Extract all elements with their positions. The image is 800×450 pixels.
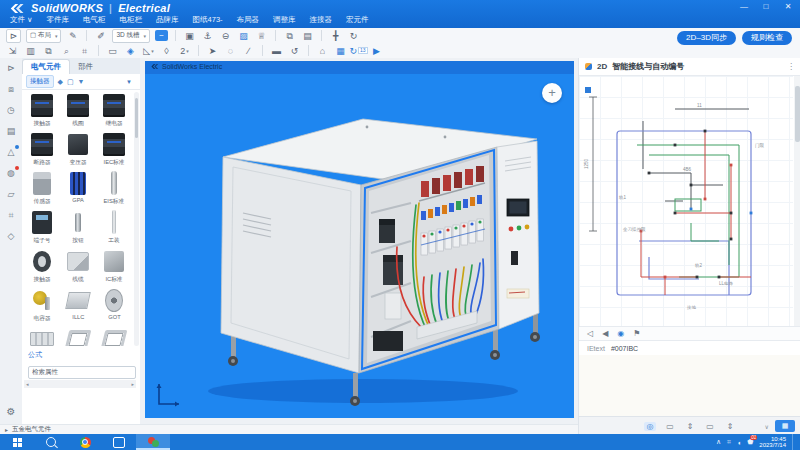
schematic-canvas[interactable]: 11轨14B6门限全刀操控限轨2LL电路接地1250 [579,76,793,326]
menu-item-3[interactable]: 电柜栏 [120,15,143,25]
alignment-apply-button[interactable]: ▦ [775,420,795,432]
home-view-icon[interactable]: ⌂ [316,45,329,57]
align-h-icon[interactable]: ▭ [704,422,716,431]
viewport-3d[interactable]: SolidWorks Electric + [145,61,574,418]
printer-icon[interactable]: ▤ [301,30,314,42]
pointer-icon[interactable]: ⊳ [6,29,21,43]
taskbar-app-button[interactable] [102,434,136,450]
back-icon[interactable]: ◁ [587,329,593,338]
settings-tree-icon[interactable]: ⚙ [4,406,18,418]
network-icon[interactable]: ⌗ [727,438,731,446]
clipboard-icon[interactable]: ⧉ [283,30,296,42]
part-item-12[interactable]: 接触器 [24,248,60,284]
notifications-icon[interactable]: ◍ [4,167,18,179]
back-all-icon[interactable]: ◀ [602,329,608,338]
print-drawing-icon[interactable]: ▥ [24,45,37,57]
filter-icon[interactable]: ▼ [78,78,85,86]
rotate-icon[interactable]: ↻ [347,30,360,42]
close-button[interactable]: ✕ [782,2,794,11]
zoom-window-icon[interactable]: ⌗ [78,45,91,57]
target-icon[interactable]: ◎ [644,422,656,431]
diamond-icon[interactable]: ◇ [4,230,18,242]
lasso-icon[interactable]: ◌ [224,45,237,57]
slope-icon[interactable]: ∕ [242,45,255,57]
part-item-16[interactable]: ILLC [60,287,96,323]
part-item-1[interactable]: 线圈 [60,92,96,128]
part-item-4[interactable]: 变压器 [60,131,96,167]
panel-more-icon[interactable]: ⋮ [787,62,795,71]
flag-icon[interactable]: ⚑ [633,329,640,338]
maximize-button[interactable]: □ [760,2,772,11]
tab-parts[interactable]: 部件 [70,60,101,74]
folder-search-icon[interactable]: ⌕ [60,45,73,57]
part-item-18[interactable]: IEC标准 [24,326,60,346]
minimize-button[interactable]: — [738,2,750,11]
move-icon[interactable]: ╋ [329,30,342,42]
select-pointer-icon[interactable]: ⊳ [4,62,18,74]
volume-icon[interactable]: ◖ [737,439,741,446]
taskbar-solidworks-electrical-button[interactable] [136,434,170,450]
folder-image-icon[interactable]: ▱ [4,188,18,200]
monitor-icon[interactable]: ▦ [334,45,347,57]
part-item-19[interactable]: 专用 [60,326,96,346]
security-shield-icon[interactable]: ⬟01 [747,438,753,446]
part-item-6[interactable]: 传感器 [24,170,60,206]
sync-2d-3d-button[interactable]: 2D–3D同步 [677,31,736,45]
history-clock-icon[interactable]: ◷ [4,104,18,116]
formula-search-input[interactable] [28,366,136,379]
export-icon[interactable]: ⇲ [6,45,19,57]
measure-arrow-icon[interactable]: ➤ [206,45,219,57]
distribute-h-icon[interactable]: ▭ [664,422,676,431]
cabinet-stamp-icon[interactable]: ▣ [183,30,196,42]
warning-triangle-icon[interactable]: △ [4,146,18,158]
part-item-8[interactable]: EIS标准 [96,170,132,206]
sketch-pen-icon[interactable]: ✎ [66,30,79,42]
show-desktop-button[interactable] [792,434,796,450]
part-item-20[interactable]: IEC标准 [96,326,132,346]
layout-select-dropdown[interactable]: ▢ 布局▾ [26,29,61,43]
level-2-icon[interactable]: 2▾ [178,45,191,57]
part-item-10[interactable]: 按钮 [60,209,96,245]
part-item-17[interactable]: GOT [96,287,132,323]
hoist-icon[interactable]: ⚓ [201,30,214,42]
copy-icon[interactable]: ⧉ [42,45,55,57]
chevron-up-icon[interactable]: ∧ [716,438,721,446]
category-chip[interactable]: 接触器 [26,75,54,88]
refresh-icon[interactable]: ↻13 [352,45,365,57]
part-item-3[interactable]: 断路器 [24,131,60,167]
align-v-icon[interactable]: ⇕ [724,422,736,431]
schematic-scrollbar[interactable] [794,76,800,326]
box-view-icon[interactable]: ▢ [67,78,74,86]
part-item-14[interactable]: IC标准 [96,248,132,284]
menu-item-8[interactable]: 连接器 [310,15,333,25]
part-item-2[interactable]: 继电器 [96,92,132,128]
rectangle-tool-icon[interactable]: ▭ [106,45,119,57]
wire-pen-icon[interactable]: ✐ [94,30,107,42]
image-insert-icon[interactable]: ▨ [237,30,250,42]
web-icon[interactable]: ◉ [617,329,624,338]
duct-select-dropdown[interactable]: 3D 线槽▾ [112,29,150,43]
menu-item-4[interactable]: 品牌库 [156,15,179,25]
part-item-7[interactable]: GPA [60,170,96,206]
award-icon[interactable]: ♕ [255,30,268,42]
menu-item-6[interactable]: 布局器 [237,15,260,25]
alignment-caret-icon[interactable]: ∨ [765,423,769,430]
document-icon[interactable]: ▤ [4,125,18,137]
part-item-5[interactable]: IEC标准 [96,131,132,167]
ramp-tool-icon[interactable]: ◺▾ [142,45,155,57]
part-item-15[interactable]: 电容器 [24,287,60,323]
part-item-11[interactable]: 工装 [96,209,132,245]
diamond-tool-icon[interactable]: ◈ [124,45,137,57]
menu-item-7[interactable]: 调整库 [273,15,296,25]
menu-item-0[interactable]: 文件 ∨ [10,15,33,25]
taskbar-chrome-button[interactable] [68,434,102,450]
distribute-v-icon[interactable]: ⇕ [684,422,696,431]
filter-dropdown-icon[interactable]: ▼ [126,79,132,85]
menu-item-5[interactable]: 图纸473- [193,15,223,25]
start-button[interactable] [0,434,34,450]
menu-item-1[interactable]: 零件库 [47,15,70,25]
play-icon[interactable]: ▶ [370,45,383,57]
rule-check-button[interactable]: 规则检查 [742,31,792,45]
parts-hscrollbar[interactable]: ◂ ▸ [24,380,136,388]
flat-bar-icon[interactable]: ▬ [270,45,283,57]
